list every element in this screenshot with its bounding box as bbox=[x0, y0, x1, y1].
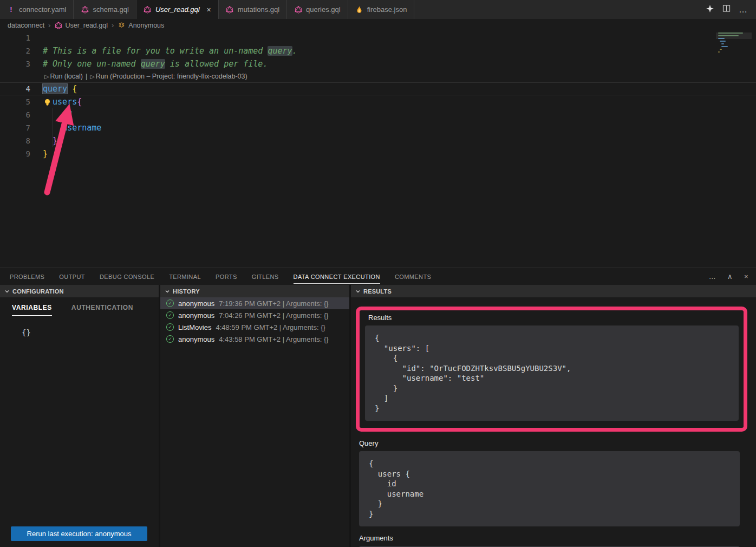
graphql-icon bbox=[54, 21, 62, 29]
history-item[interactable]: ✓anonymous4:43:58 PM GMT+2 | Arguments: … bbox=[160, 333, 349, 345]
history-item[interactable]: ✓anonymous7:04:26 PM GMT+2 | Arguments: … bbox=[160, 309, 349, 321]
panel-tab-problems[interactable]: PROBLEMS bbox=[10, 269, 44, 284]
history-item-detail: 4:48:59 PM GMT+2 | Arguments: {} bbox=[216, 323, 325, 331]
check-circle-icon: ✓ bbox=[166, 323, 174, 331]
run-production-link[interactable]: ▷Run (Production – Project: friendly-fli… bbox=[90, 70, 247, 82]
run-local-link[interactable]: ▷Run (local) bbox=[44, 70, 83, 82]
code-token: { bbox=[72, 84, 77, 94]
sparkle-icon[interactable] bbox=[706, 4, 714, 15]
breadcrumb-label: User_read.gql bbox=[65, 22, 108, 29]
history-header[interactable]: HISTORY bbox=[160, 285, 349, 297]
close-icon[interactable]: × bbox=[207, 6, 211, 14]
panel-tab-data-connect-execution[interactable]: DATA CONNECT EXECUTION bbox=[294, 269, 380, 284]
tab-firebase.json[interactable]: firebase.json bbox=[348, 0, 415, 19]
code-token bbox=[43, 110, 62, 120]
results-content: Results { "users": [ { "id": "OrTucFODZH… bbox=[351, 297, 756, 547]
panel-tab-terminal[interactable]: TERMINAL bbox=[169, 269, 201, 284]
editor-actions: … bbox=[706, 0, 756, 19]
configuration-header[interactable]: CONFIGURATION bbox=[0, 285, 159, 297]
panel-tabs: PROBLEMSOUTPUTDEBUG CONSOLETERMINALPORTS… bbox=[10, 269, 446, 284]
warning-icon: ! bbox=[7, 5, 15, 14]
query-code: { users { id username } } bbox=[359, 451, 740, 526]
results-header[interactable]: RESULTS bbox=[351, 285, 756, 297]
history-list: ✓anonymous7:19:36 PM GMT+2 | Arguments: … bbox=[160, 297, 349, 345]
code-token: query bbox=[43, 84, 67, 94]
annotation-highlight-box: Results { "users": [ { "id": "OrTucFODZH… bbox=[356, 307, 747, 432]
breadcrumb-item-dataconnect[interactable]: dataconnect bbox=[8, 22, 44, 29]
panel-tab-gitlens[interactable]: GITLENS bbox=[252, 269, 279, 284]
panel-tab-ports[interactable]: PORTS bbox=[216, 269, 237, 284]
tab-label: firebase.json bbox=[367, 5, 407, 14]
chevron-down-icon bbox=[355, 289, 361, 294]
editor[interactable]: 12# This is a file for you to write an u… bbox=[0, 31, 756, 268]
history-section: HISTORY ✓anonymous7:19:36 PM GMT+2 | Arg… bbox=[160, 285, 351, 547]
code-token bbox=[43, 123, 62, 133]
more-actions-icon[interactable]: … bbox=[739, 5, 748, 15]
minimap-bar bbox=[721, 43, 724, 44]
rerun-button[interactable]: Rerun last execution: anonymous bbox=[11, 526, 147, 541]
tab-connector.yaml[interactable]: !connector.yaml bbox=[0, 0, 74, 19]
run-production-label: Run (Production – Project: friendly-flix… bbox=[96, 70, 247, 82]
tab-label: queries.gql bbox=[306, 5, 341, 14]
code-text bbox=[30, 31, 43, 44]
code-token: is allowed per file. bbox=[165, 59, 268, 69]
editor-tab-bar: !connector.yamlschema.gqlUser_read.gql×m… bbox=[0, 0, 756, 19]
code-token: username bbox=[62, 123, 101, 133]
panel-tab-debug-console[interactable]: DEBUG CONSOLE bbox=[100, 269, 154, 284]
code-text: id bbox=[30, 108, 72, 121]
code-text: users{ bbox=[30, 95, 82, 108]
arguments-label: Arguments bbox=[359, 534, 756, 542]
history-item[interactable]: ✓anonymous7:19:36 PM GMT+2 | Arguments: … bbox=[160, 297, 349, 309]
configuration-tabs: VARIABLESAUTHENTICATION bbox=[0, 297, 159, 316]
check-circle-icon: ✓ bbox=[166, 299, 174, 307]
check-circle-icon: ✓ bbox=[166, 335, 174, 343]
flame-icon bbox=[355, 5, 363, 14]
query-label: Query bbox=[359, 439, 756, 447]
code-line-1[interactable]: 1 bbox=[0, 31, 756, 44]
editor-tabs: !connector.yamlschema.gqlUser_read.gql×m… bbox=[0, 0, 414, 19]
code-text: # Only one un-named query is allowed per… bbox=[30, 57, 268, 70]
code-line-4[interactable]: 4query { bbox=[0, 82, 756, 95]
line-number: 2 bbox=[0, 44, 30, 57]
code-line-8[interactable]: 8 } bbox=[0, 134, 756, 147]
code-line-5[interactable]: 5 users{ bbox=[0, 95, 756, 108]
run-icon: ▷ bbox=[44, 70, 49, 82]
breadcrumb: dataconnect›User_read.gql›Anonymous bbox=[0, 19, 756, 31]
lightbulb-icon[interactable] bbox=[44, 97, 51, 106]
code-token: query bbox=[268, 46, 292, 56]
panel-close-icon[interactable]: × bbox=[744, 272, 748, 281]
tab-schema.gql[interactable]: schema.gql bbox=[74, 0, 136, 19]
breadcrumb-separator: › bbox=[112, 21, 114, 29]
panel-collapse-icon[interactable]: ∧ bbox=[727, 272, 733, 281]
code-token: users bbox=[53, 97, 77, 107]
tab-label: mutations.gql bbox=[238, 5, 279, 14]
tab-mutations.gql[interactable]: mutations.gql bbox=[219, 0, 287, 19]
config-tab-variables[interactable]: VARIABLES bbox=[12, 304, 52, 316]
code-line-3[interactable]: 3# Only one un-named query is allowed pe… bbox=[0, 57, 756, 70]
line-number: 3 bbox=[0, 57, 30, 70]
code-line-7[interactable]: 7 username bbox=[0, 121, 756, 134]
bottom-panel: PROBLEMSOUTPUTDEBUG CONSOLETERMINALPORTS… bbox=[0, 268, 756, 547]
split-editor-icon[interactable] bbox=[722, 4, 731, 15]
breadcrumb-item-Anonymous[interactable]: Anonymous bbox=[118, 21, 164, 29]
code-line-9[interactable]: 9} bbox=[0, 147, 756, 160]
panel-tab-bar: PROBLEMSOUTPUTDEBUG CONSOLETERMINALPORTS… bbox=[0, 268, 756, 284]
tab-User_read.gql[interactable]: User_read.gql× bbox=[136, 0, 219, 19]
variables-value[interactable]: {} bbox=[0, 316, 159, 337]
code-line-2[interactable]: 2# This is a file for you to write an un… bbox=[0, 44, 756, 57]
codelens-separator: | bbox=[86, 70, 87, 82]
code-line-6[interactable]: 6 id bbox=[0, 108, 756, 121]
minimap-slider[interactable] bbox=[716, 32, 752, 39]
panel-tab-comments[interactable]: COMMENTS bbox=[395, 269, 431, 284]
panel-more-icon[interactable]: … bbox=[709, 272, 716, 281]
minimap-bar bbox=[720, 49, 722, 50]
code-text: # This is a file for you to write an un-… bbox=[30, 44, 297, 57]
config-tab-authentication[interactable]: AUTHENTICATION bbox=[71, 304, 133, 316]
panel-tab-output[interactable]: OUTPUT bbox=[59, 269, 85, 284]
code-text: } bbox=[30, 147, 48, 160]
history-item[interactable]: ✓ListMovies4:48:59 PM GMT+2 | Arguments:… bbox=[160, 321, 349, 333]
tab-queries.gql[interactable]: queries.gql bbox=[287, 0, 348, 19]
results-label: Results bbox=[368, 314, 739, 322]
breadcrumb-item-User_read.gql[interactable]: User_read.gql bbox=[54, 21, 108, 29]
symbol-anonymous-icon bbox=[118, 21, 126, 29]
